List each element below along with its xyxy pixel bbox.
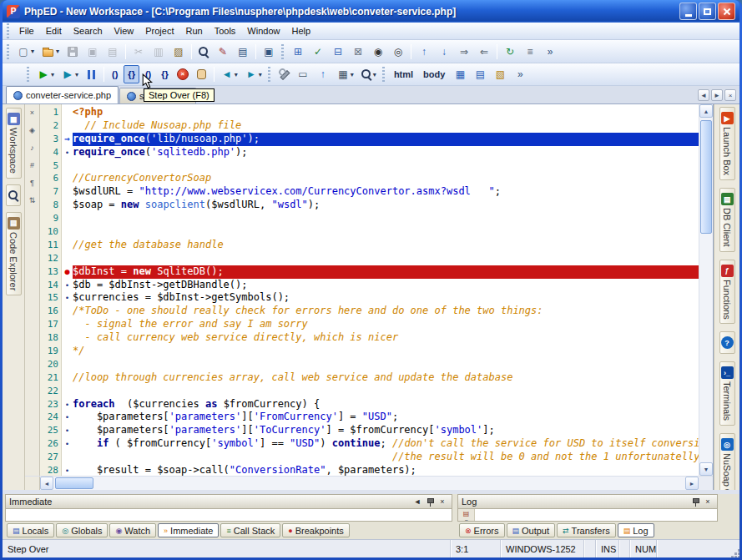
gutter-marker[interactable] (62, 199, 73, 212)
sound-icon[interactable]: ♪ (27, 142, 38, 153)
code-line-5[interactable]: 5 (40, 159, 699, 173)
code-text[interactable]: $parameters['parameters']['FromCurrency'… (73, 411, 699, 424)
gutter-marker[interactable]: ● (62, 265, 73, 279)
unindent-button[interactable]: ⇐ (475, 43, 493, 61)
menu-item-project[interactable]: Project (139, 24, 179, 38)
code-line-17[interactable]: 17 - signal the error and say I am sorry (40, 318, 699, 331)
run-to-cursor-button[interactable]: {} (157, 65, 173, 83)
code-line-20[interactable]: 20 (40, 358, 699, 371)
sidebar-tab-help[interactable]: ? (719, 331, 735, 354)
code-text[interactable]: $result = $soap->call("ConversionRate", … (73, 464, 699, 476)
code-line-8[interactable]: 8$soap = new soapclient($wsdlURL, "wsdl"… (40, 199, 699, 212)
close-tab-button[interactable]: × (724, 89, 736, 101)
gutter-marker[interactable] (62, 106, 73, 119)
line-number[interactable]: 23 (40, 398, 62, 411)
sidebar-tab-launch-box[interactable]: ▶Launch Box (719, 107, 735, 180)
dock-left-button[interactable]: ◄ (411, 497, 423, 507)
navigate-forward-button[interactable]: ►▾ (242, 65, 265, 83)
zoom-button[interactable]: ▾ (358, 65, 379, 83)
line-number[interactable]: 26 (40, 437, 62, 451)
paste-button[interactable]: ▨ (169, 43, 188, 61)
line-number[interactable]: 5 (40, 159, 62, 173)
code-line-24[interactable]: 24• $parameters['parameters']['FromCurre… (40, 411, 699, 424)
code-line-22[interactable]: 22 (40, 385, 699, 398)
insert-body-button[interactable]: body (419, 65, 449, 83)
line-number[interactable]: 9 (40, 212, 62, 225)
paragraph-icon[interactable]: ¶ (27, 177, 38, 188)
toolbar-grip[interactable] (382, 67, 385, 82)
line-number[interactable]: 11 (40, 239, 62, 252)
panel-tab-call-stack[interactable]: ≡Call Stack (220, 523, 280, 537)
next-bookmark-button[interactable]: ↓ (435, 43, 453, 61)
run-without-debug-button[interactable]: ▶▾ (58, 65, 81, 83)
gutter-marker[interactable]: • (62, 146, 73, 159)
gutter-marker[interactable] (62, 331, 73, 345)
cut-button[interactable]: ✂ (129, 43, 148, 61)
record-macro-button[interactable]: ◉ (369, 43, 387, 61)
find-button[interactable] (195, 43, 212, 61)
upload-file-button[interactable]: ↑ (314, 65, 332, 83)
print-button[interactable]: ▤ (103, 43, 122, 61)
menu-item-window[interactable]: Window (241, 24, 285, 38)
copy-button[interactable]: ▥ (149, 43, 168, 61)
gutter-marker[interactable] (62, 345, 73, 358)
code-line-21[interactable]: 21//loop through currencies array, call … (40, 371, 699, 385)
save-all-button[interactable]: ▣ (83, 43, 102, 61)
code-line-13[interactable]: 13●$dbInst = new SqliteDB(); (40, 265, 699, 279)
code-line-10[interactable]: 10 (40, 225, 699, 239)
code-line-7[interactable]: 7$wsdlURL = "http://www.webservicex.com/… (40, 185, 699, 199)
code-text[interactable]: foreach ($currencies as $fromCurrency) { (73, 398, 699, 411)
gutter-marker[interactable] (62, 212, 73, 225)
code-line-6[interactable]: 6//CurrencyConvertorSoap (40, 172, 699, 185)
run-button[interactable]: ▶▾ (34, 65, 57, 83)
menu-item-view[interactable]: View (109, 24, 140, 38)
navigate-icon[interactable]: ◈ (27, 124, 38, 135)
code-line-25[interactable]: 25• $parameters['parameters']['ToCurrenc… (40, 424, 699, 437)
line-number[interactable]: 15 (40, 291, 62, 305)
menu-item-file[interactable]: File (13, 24, 40, 38)
code-text[interactable] (73, 358, 699, 371)
code-text[interactable]: $parameters['parameters']['ToCurrency'] … (73, 424, 699, 437)
immediate-panel-body[interactable] (5, 509, 452, 522)
new-file-button[interactable]: ▢▾ (14, 43, 37, 61)
sidebar-tab-code-explorer[interactable]: ▤Code Explorer (6, 212, 22, 295)
window-list-button[interactable]: ⊟ (329, 43, 347, 61)
panel-tab-breakpoints[interactable]: ●Breakpoints (282, 523, 350, 537)
code-text[interactable]: //loop through currencies array, call we… (73, 371, 699, 385)
code-text[interactable]: - call currency web service directly, wh… (73, 331, 699, 345)
close-button[interactable] (718, 3, 735, 20)
scroll-tabs-right-button[interactable]: ► (711, 89, 723, 101)
gutter-marker[interactable] (62, 239, 73, 252)
vertical-scroll-thumb[interactable] (700, 120, 712, 234)
gutter-marker[interactable] (62, 119, 73, 133)
overflow-main-button[interactable]: » (541, 43, 559, 61)
panel-tab-output[interactable]: ▤Output (507, 523, 556, 537)
code-text[interactable]: // Include Nusoap.php file (73, 119, 699, 133)
code-text[interactable]: require_once('lib/nusoap.php'); (73, 133, 699, 146)
line-number[interactable]: 28 (40, 464, 62, 476)
code-text[interactable]: $currencies = $dbInst->getSymbols(); (73, 291, 699, 305)
open-file-button[interactable]: ▾ (38, 43, 62, 61)
line-number[interactable]: 1 (40, 106, 62, 119)
horizontal-scroll-thumb[interactable] (55, 477, 93, 489)
code-line-9[interactable]: 9 (40, 212, 699, 225)
panel-tab-log[interactable]: ▤Log (618, 523, 654, 537)
sidebar-tab-code-insight[interactable] (6, 184, 21, 206)
line-number[interactable]: 24 (40, 411, 62, 424)
code-text[interactable]: $dbInst = new SqliteDB(); (73, 265, 699, 279)
scroll-down-button[interactable]: ▼ (699, 462, 713, 476)
code-line-15[interactable]: 15•$currencies = $dbInst->getSymbols(); (40, 291, 699, 305)
code-line-27[interactable]: 27 //the result will be 0 and not the 1 … (40, 451, 699, 464)
panel-tab-locals[interactable]: ▤Locals (7, 523, 54, 537)
line-number[interactable]: 27 (40, 451, 62, 464)
stop-button[interactable]: × (174, 65, 191, 83)
editor-options-button[interactable]: ≡ (521, 43, 539, 61)
code-line-23[interactable]: 23•foreach ($currencies as $fromCurrency… (40, 398, 699, 411)
code-text[interactable] (73, 385, 699, 398)
line-number[interactable]: 10 (40, 225, 62, 239)
insert-image-button[interactable]: ▧ (491, 65, 509, 83)
code-text[interactable]: - signal the error and say I am sorry (73, 318, 699, 331)
reorder-icon[interactable]: ⇅ (27, 194, 38, 205)
code-line-19[interactable]: 19*/ (40, 345, 699, 358)
horizontal-scrollbar[interactable]: ◄ ► (25, 476, 713, 490)
